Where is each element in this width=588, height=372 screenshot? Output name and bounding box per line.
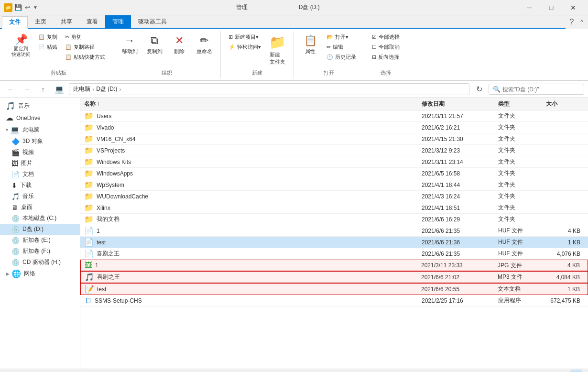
sidebar-item-f-drive[interactable]: 💿 新加卷 (F:) — [0, 246, 80, 257]
table-row[interactable]: 📝 test 2021/6/6 20:55 文本文档 1 KB — [80, 283, 588, 295]
file-date: 2021/6/6 21:35 — [422, 251, 498, 257]
file-date: 2021/3/12 9:23 — [422, 147, 498, 154]
paste-shortcut-button[interactable]: 📋 粘贴快捷方式 — [62, 53, 108, 62]
status-bar: 33 个项目 ☰ ⊞ — [0, 369, 588, 372]
details-view-button[interactable]: ☰ — [557, 370, 569, 372]
back-button[interactable]: ← — [4, 83, 17, 96]
file-date: 2021/6/6 16:29 — [422, 216, 498, 223]
search-input[interactable] — [502, 86, 574, 93]
delete-button[interactable]: ✕ 删除 — [168, 33, 191, 57]
maximize-button[interactable]: □ — [540, 0, 562, 15]
sidebar-item-documents[interactable]: 📄 文档 — [0, 169, 80, 180]
table-row[interactable]: 📁 Windows Kits 2021/3/11 23:14 文件夹 — [80, 156, 588, 168]
table-row[interactable]: 📄 test 2021/6/6 21:36 HUF 文件 1 KB — [80, 237, 588, 248]
table-row[interactable]: 📁 Xilinx 2021/4/1 18:51 文件夹 — [80, 202, 588, 214]
table-row[interactable]: 📁 VM16_CN_x64 2021/4/15 21:30 文件夹 — [80, 133, 588, 145]
new-folder-button[interactable]: 📁 新建文件夹 — [266, 33, 289, 67]
ribbon-collapse-icon[interactable]: ^ — [577, 17, 586, 27]
sidebar-item-e-drive[interactable]: 💿 新加卷 (E:) — [0, 235, 80, 246]
sidebar-item-3d[interactable]: 🔷 3D 对象 — [0, 136, 80, 147]
sidebar-item-video[interactable]: 🎬 视频 — [0, 147, 80, 158]
select-all-button[interactable]: ☑ 全部选择 — [369, 33, 403, 42]
table-row[interactable]: 📁 我的文档 2021/6/6 16:29 文件夹 — [80, 214, 588, 225]
file-type: HUF 文件 — [498, 227, 546, 235]
table-row[interactable]: 🖥 SSMS-Setup-CHS 2021/2/25 17:16 应用程序 67… — [80, 295, 588, 306]
copy-button[interactable]: 📋 复制 — [35, 33, 60, 42]
file-icon: 📁 — [84, 215, 94, 224]
minimize-button[interactable]: ─ — [518, 0, 540, 15]
cd-drive-icon: 💿 — [11, 259, 20, 266]
table-row[interactable]: 📁 Users 2021/3/11 21:57 文件夹 — [80, 110, 588, 122]
file-type: 文件夹 — [498, 192, 546, 200]
header-size[interactable]: 大小 — [546, 100, 584, 108]
path-sep1: › — [92, 86, 94, 93]
delete-label: 删除 — [174, 48, 185, 55]
forward-button[interactable]: → — [20, 83, 33, 96]
address-path[interactable]: 此电脑 › D盘 (D:) › — [69, 83, 469, 95]
header-date[interactable]: 修改日期 — [422, 100, 498, 108]
sidebar-item-pictures[interactable]: 🖼 图片 — [0, 158, 80, 169]
rename-button[interactable]: ✏ 重命名 — [193, 33, 216, 57]
tab-driver-tools[interactable]: 驱动器工具 — [131, 15, 174, 28]
file-date: 2021/6/6 20:55 — [421, 286, 498, 293]
table-row[interactable]: 📄 喜剧之王 2021/6/6 21:35 HUF 文件 4,076 KB — [80, 248, 588, 260]
pin-to-quick-access-button[interactable]: 📌 固定到快速访问 — [9, 33, 33, 59]
table-row[interactable]: 🎵 喜剧之王 2021/6/6 21:02 MP3 文件 4,084 KB — [80, 271, 588, 283]
tab-file[interactable]: 文件 — [2, 16, 28, 29]
cut-icon: ✂ — [65, 34, 69, 40]
dropdown-icon[interactable]: ▼ — [33, 5, 38, 10]
sidebar-item-onedrive[interactable]: ☁ OneDrive — [0, 112, 80, 124]
tab-manage[interactable]: 管理 — [105, 15, 131, 28]
deselect-all-button[interactable]: ☐ 全部取消 — [369, 43, 403, 52]
close-button[interactable]: ✕ — [562, 0, 584, 15]
sidebar-item-downloads[interactable]: ⬇ 下载 — [0, 180, 80, 191]
sidebar-item-music[interactable]: 🎵 音乐 — [0, 191, 80, 202]
history-button[interactable]: 🕐 历史记录 — [324, 53, 359, 62]
save-icon[interactable]: 💾 — [14, 4, 22, 11]
file-type: HUF 文件 — [498, 250, 546, 258]
path-text: 此电脑 — [73, 85, 90, 93]
cut-button[interactable]: ✂ 剪切 — [62, 33, 108, 42]
sidebar-item-d-drive[interactable]: 💿 D盘 (D:) — [0, 224, 80, 235]
copy-path-button[interactable]: 📋 复制路径 — [62, 43, 108, 52]
undo-icon[interactable]: ↩ — [25, 4, 30, 11]
tab-view[interactable]: 查看 — [79, 15, 105, 28]
large-icons-view-button[interactable]: ⊞ — [571, 370, 582, 372]
up-button[interactable]: ↑ — [36, 83, 50, 96]
easy-access-button[interactable]: ⚡ 轻松访问▾ — [226, 43, 264, 52]
invert-selection-button[interactable]: ⊟ 反向选择 — [369, 53, 403, 62]
table-row[interactable]: 📁 Vivado 2021/6/2 16:21 文件夹 — [80, 122, 588, 133]
table-row[interactable]: 📁 WpSystem 2021/4/1 18:44 文件夹 — [80, 179, 588, 191]
refresh-button[interactable]: ↻ — [472, 83, 486, 96]
header-name[interactable]: 名称 ↑ — [84, 100, 422, 108]
file-size: 4,076 KB — [546, 251, 584, 257]
sidebar-label-f-drive: 新加卷 (F:) — [22, 247, 50, 255]
sidebar-item-network[interactable]: ▶ 🌐 网络 — [0, 268, 80, 280]
table-row[interactable]: 📁 WindowsApps 2021/6/5 16:58 文件夹 — [80, 168, 588, 179]
help-icon[interactable]: ? — [566, 16, 577, 28]
sidebar-item-desktop[interactable]: 🖥 桌面 — [0, 202, 80, 213]
search-box[interactable]: 🔍 — [489, 84, 584, 95]
sidebar-item-c-drive[interactable]: 💿 本地磁盘 (C:) — [0, 213, 80, 224]
table-row[interactable]: 📁 VSProjects 2021/3/12 9:23 文件夹 — [80, 145, 588, 156]
table-row[interactable]: 📄 1 2021/6/6 21:35 HUF 文件 4 KB — [80, 225, 588, 237]
header-type[interactable]: 类型 — [498, 100, 546, 108]
file-name: SSMS-Setup-CHS — [95, 297, 142, 304]
edit-button[interactable]: ✏ 编辑 — [324, 43, 359, 52]
location-icon: 💻 — [53, 83, 66, 96]
sidebar-item-thispc[interactable]: ▾ 💻 此电脑 — [0, 124, 80, 136]
copy-to-button[interactable]: ⧉ 复制到 — [143, 33, 166, 57]
new-item-button[interactable]: ⊞ 新建项目▾ — [226, 33, 264, 42]
paste-button[interactable]: 📄 粘贴 — [35, 43, 60, 52]
tab-share[interactable]: 共享 — [54, 15, 79, 28]
sidebar-item-cd-drive[interactable]: 💿 CD 驱动器 (H:) — [0, 257, 80, 268]
table-row[interactable]: 📁 WUDownloadCache 2021/4/3 16:24 文件夹 — [80, 191, 588, 202]
rename-icon: ✏ — [200, 34, 208, 47]
open-button[interactable]: 📂 打开▾ — [324, 33, 359, 42]
copy-label: 复制 — [47, 33, 57, 41]
properties-button[interactable]: 📋 属性 — [299, 33, 322, 57]
table-row[interactable]: 🖼 1 2021/3/11 23:33 JPG 文件 4 KB — [80, 260, 588, 271]
move-to-button[interactable]: → 移动到 — [118, 33, 141, 57]
sidebar-item-music-top[interactable]: 🎵 音乐 — [0, 100, 80, 112]
tab-home[interactable]: 主页 — [28, 15, 54, 28]
